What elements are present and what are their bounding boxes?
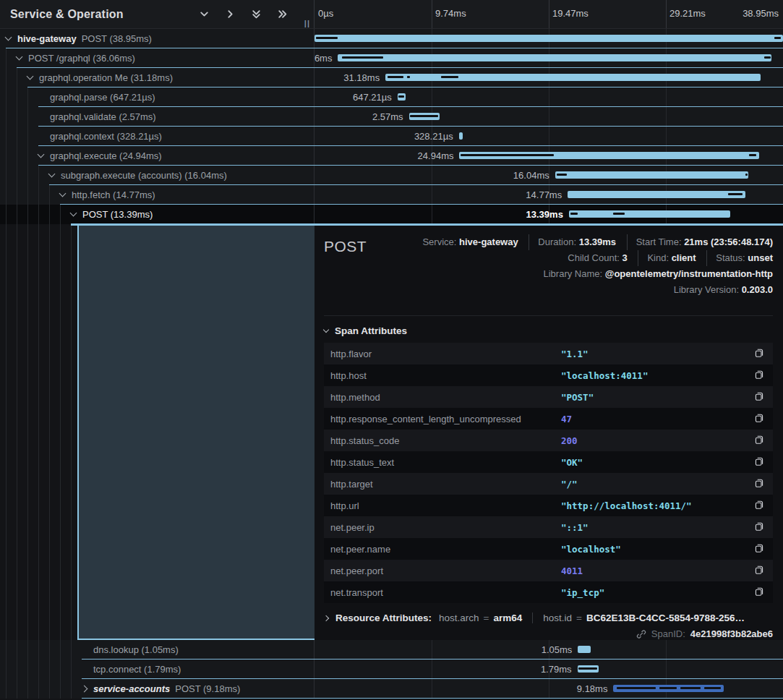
row-underline — [60, 204, 783, 205]
copy-icon[interactable] — [754, 370, 766, 381]
operation-name: POST (38.95ms) — [82, 33, 152, 44]
copy-icon[interactable] — [754, 586, 766, 598]
span-bar[interactable] — [459, 132, 463, 140]
attribute-row[interactable]: http.status_text"OK" — [324, 451, 773, 473]
span-row[interactable]: graphql.validate (2.57ms)2.57ms — [0, 107, 783, 127]
chevron-right-icon[interactable] — [225, 9, 236, 20]
indent-guide — [27, 660, 28, 679]
span-duration-label: 1.79ms — [541, 660, 572, 679]
span-row[interactable]: hive-gatewayPOST (38.95ms)38.95ms — [0, 29, 783, 48]
span-bar[interactable] — [578, 646, 590, 653]
span-row[interactable]: graphql.context (328.21µs)328.21µs — [0, 127, 783, 146]
indent-guide — [6, 146, 7, 166]
span-bar[interactable] — [338, 54, 771, 61]
indent-guide — [60, 205, 61, 224]
operation-name: graphql.parse (647.21µs) — [50, 92, 155, 103]
attribute-key: net.peer.port — [330, 565, 561, 576]
bar-self-time-stripe — [316, 37, 338, 39]
overview-line: Service: hive-gateway Duration: 13.39ms … — [367, 234, 773, 250]
span-title: POST — [324, 238, 367, 255]
copy-icon[interactable] — [754, 543, 766, 555]
resource-attributes-row[interactable]: Resource Attributes: host.arch=arm64host… — [324, 612, 773, 623]
span-bar[interactable] — [315, 35, 783, 42]
indent-guide — [38, 640, 39, 660]
copy-icon[interactable] — [754, 435, 766, 446]
attribute-row[interactable]: http.status_code200 — [324, 430, 773, 451]
attribute-row[interactable]: http.method"POST" — [324, 386, 773, 408]
attribute-key: net.peer.ip — [330, 522, 561, 533]
resource-attribute-key: host.id — [543, 612, 572, 623]
double-chevron-right-icon[interactable] — [277, 9, 288, 20]
attribute-value: "localhost:4011" — [561, 370, 754, 381]
indent-guide — [27, 224, 28, 640]
span-bar[interactable] — [555, 171, 748, 179]
attribute-key: http.flavor — [330, 349, 561, 359]
attribute-row[interactable]: net.peer.port4011 — [324, 560, 773, 581]
chevron-down-icon[interactable] — [199, 9, 210, 20]
attribute-row[interactable]: http.host"localhost:4011" — [324, 364, 773, 386]
copy-icon[interactable] — [754, 478, 766, 490]
span-attributes-section-toggle[interactable]: Span Attributes — [324, 315, 773, 336]
attribute-row[interactable]: http.url"http://localhost:4011/" — [324, 495, 773, 516]
panel-resize-handle[interactable]: || — [304, 19, 310, 27]
copy-icon[interactable] — [754, 521, 766, 533]
bar-self-time-stripe — [342, 56, 383, 59]
bar-self-time-stripe — [728, 193, 743, 195]
copy-icon[interactable] — [754, 500, 766, 511]
span-row[interactable]: service-accountsPOST (9.18ms)9.18ms — [0, 679, 783, 699]
span-name-cell: hive-gatewayPOST (38.95ms) — [0, 29, 315, 48]
ruler-tick-label: 19.47ms — [552, 8, 589, 19]
row-underline — [38, 165, 783, 166]
copy-icon[interactable] — [754, 348, 766, 359]
span-row[interactable]: http.fetch (14.77ms)14.77ms — [0, 185, 783, 205]
indent-guide — [27, 88, 28, 107]
copy-icon[interactable] — [754, 456, 766, 468]
span-row[interactable]: graphql.execute (24.94ms)24.94ms — [0, 146, 783, 166]
span-row[interactable]: POST (13.39ms)13.39ms — [0, 205, 783, 224]
span-label: graphql.context (328.21µs) — [0, 131, 162, 142]
indent-guide — [49, 660, 50, 679]
bar-self-time-stripe — [388, 76, 403, 78]
span-duration-label: 13.39ms — [526, 205, 563, 224]
service-name: service-accounts — [93, 683, 170, 694]
attribute-key: http.method — [330, 392, 561, 403]
indent-guide — [49, 185, 50, 205]
span-bar-cell: 14.77ms — [315, 185, 783, 205]
indent-guide — [60, 640, 61, 660]
indent-guide — [6, 640, 7, 660]
attribute-row[interactable]: http.flavor"1.1" — [324, 343, 773, 364]
copy-icon[interactable] — [754, 391, 766, 403]
copy-icon[interactable] — [754, 565, 766, 576]
span-attributes-table: http.flavor"1.1"http.host"localhost:4011… — [324, 343, 773, 603]
operation-name: graphql.execute (24.94ms) — [50, 150, 162, 161]
span-row[interactable]: tcp.connect (1.79ms)1.79ms — [0, 660, 783, 679]
equals-sign: = — [576, 612, 582, 623]
span-row[interactable]: subgraph.execute (accounts) (16.04ms)16.… — [0, 166, 783, 185]
attribute-row[interactable]: http.response_content_length_uncompresse… — [324, 408, 773, 430]
top-bar: Service & Operation || 0µs9.74ms19.47ms2… — [0, 0, 783, 29]
span-bar[interactable] — [569, 210, 730, 218]
attribute-value: "/" — [561, 479, 754, 490]
copy-icon[interactable] — [754, 413, 766, 424]
span-row[interactable]: graphql.operation Me (31.18ms)31.18ms — [0, 68, 783, 88]
resource-attribute-item: host.id=BC62E13B-C4CC-5854-9788-256… — [532, 612, 745, 623]
attribute-row[interactable]: net.peer.ip"::1" — [324, 516, 773, 538]
indent-guide — [49, 224, 50, 640]
attribute-value: "localhost" — [561, 544, 754, 555]
bar-self-time-stripe — [749, 154, 756, 156]
attribute-row[interactable]: net.peer.name"localhost" — [324, 538, 773, 560]
double-chevron-down-icon[interactable] — [251, 9, 262, 20]
indent-guide — [71, 679, 72, 699]
span-row[interactable]: dns.lookup (1.05ms)1.05ms — [0, 640, 783, 660]
bar-self-time-stripe — [659, 687, 676, 689]
indent-guide — [49, 640, 50, 660]
attribute-row[interactable]: net.transport"ip_tcp" — [324, 581, 773, 603]
span-bar[interactable] — [568, 191, 745, 198]
attribute-row[interactable]: http.target"/" — [324, 473, 773, 495]
link-icon[interactable] — [636, 629, 646, 639]
tree-indent-spacer — [0, 224, 77, 640]
attribute-value: "OK" — [561, 457, 754, 468]
indent-guide — [17, 88, 17, 107]
span-row[interactable]: POST /graphql (36.06ms)36.06ms — [0, 48, 783, 68]
span-row[interactable]: graphql.parse (647.21µs)647.21µs — [0, 88, 783, 107]
